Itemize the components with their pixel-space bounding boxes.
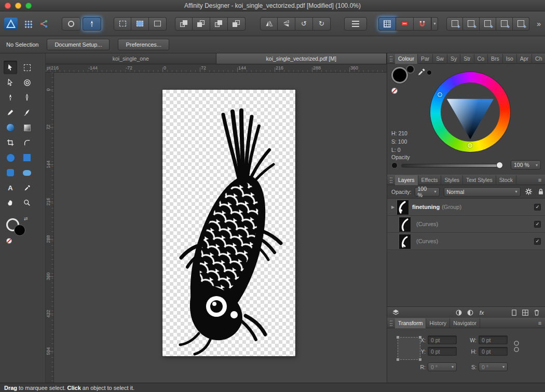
tab-navigator[interactable]: Navigator bbox=[450, 318, 480, 328]
tab-constraints[interactable]: Co bbox=[474, 54, 488, 64]
tab-stock[interactable]: Stock bbox=[496, 175, 516, 185]
zoom-window-button[interactable] bbox=[25, 3, 32, 9]
fill-stroke-wells[interactable]: ⇄ bbox=[5, 217, 34, 246]
x-input[interactable]: 0 pt bbox=[428, 335, 457, 344]
layers-opacity-dropdown[interactable]: 100 % bbox=[415, 187, 440, 197]
new-layer-icon[interactable] bbox=[510, 309, 518, 317]
layer-visibility-checkbox[interactable]: ✓ bbox=[534, 204, 541, 211]
no-colour-icon[interactable] bbox=[6, 238, 12, 244]
opacity-dropdown[interactable]: 100 % bbox=[511, 160, 541, 170]
transparency-tool[interactable] bbox=[20, 121, 34, 134]
fill-colour-well[interactable] bbox=[14, 225, 25, 236]
insert-at-end-button[interactable]: + bbox=[513, 17, 529, 31]
panel-grip-icon[interactable] bbox=[390, 56, 392, 62]
hue-marker[interactable] bbox=[438, 92, 442, 97]
tab-symbols[interactable]: Sy bbox=[447, 54, 460, 64]
picked-colour-dot[interactable] bbox=[427, 70, 432, 75]
custom-shape-tool[interactable] bbox=[20, 166, 34, 179]
w-input[interactable]: 0 pt bbox=[479, 335, 508, 344]
link-dimensions-icon[interactable] bbox=[513, 340, 520, 353]
point-transform-tool[interactable] bbox=[20, 91, 34, 104]
koi-artwork[interactable] bbox=[162, 90, 295, 356]
flip-vertical-button[interactable] bbox=[278, 17, 295, 31]
move-tool[interactable] bbox=[4, 61, 17, 74]
selection-fill-mode-button[interactable] bbox=[131, 17, 149, 31]
vector-brush-tool[interactable] bbox=[20, 106, 34, 119]
tab-history[interactable]: History bbox=[426, 318, 450, 328]
tab-character[interactable]: Ch bbox=[532, 54, 545, 64]
group-layers-icon[interactable] bbox=[521, 309, 529, 317]
layers-panel-menu-icon[interactable]: ≡ bbox=[535, 177, 545, 183]
tab-effects[interactable]: Effects bbox=[418, 175, 442, 185]
tab-isometric[interactable]: Iso bbox=[503, 54, 517, 64]
layer-effects-button[interactable]: fx bbox=[478, 309, 486, 317]
insert-inside-button[interactable]: + bbox=[480, 17, 496, 31]
h-input[interactable]: 0 pt bbox=[479, 347, 508, 356]
zoom-tool[interactable] bbox=[20, 196, 34, 209]
tab-appearance[interactable]: Apr bbox=[517, 54, 532, 64]
rounded-rectangle-tool[interactable] bbox=[4, 166, 17, 179]
preferences-button[interactable]: Preferences... bbox=[118, 39, 169, 50]
alignment-button[interactable] bbox=[344, 17, 367, 31]
corner-tool[interactable] bbox=[20, 136, 34, 149]
tab-paragraph[interactable]: Par bbox=[418, 54, 433, 64]
opacity-slider-knob[interactable] bbox=[496, 162, 503, 169]
layer-row-finetuning[interactable]: ▶ finetuning (Group) ✓ bbox=[387, 199, 545, 216]
designer-persona-button[interactable] bbox=[4, 18, 18, 30]
layer-stack-icon[interactable] bbox=[391, 309, 400, 317]
insert-on-top-button[interactable]: + bbox=[446, 17, 463, 31]
layer-row-curves-1[interactable]: (Curves) ✓ bbox=[387, 216, 545, 233]
toolbar-overflow-chevron[interactable]: » bbox=[537, 20, 541, 28]
tab-text-styles[interactable]: Text Styles bbox=[463, 175, 496, 185]
minimize-button[interactable] bbox=[15, 3, 21, 9]
tab-colour[interactable]: Colour bbox=[395, 54, 418, 64]
horizontal-ruler[interactable]: pt 216 -144 -72 0 72 144 216 288 360 bbox=[46, 64, 387, 73]
move-to-back-button[interactable] bbox=[175, 17, 193, 31]
view-tool[interactable] bbox=[4, 196, 17, 209]
anchor-point-selector[interactable] bbox=[398, 337, 420, 360]
transform-handles-button[interactable] bbox=[149, 17, 167, 31]
fill-colour-swatch[interactable] bbox=[391, 67, 408, 83]
lock-layer-icon[interactable] bbox=[537, 188, 545, 196]
tab-layers[interactable]: Layers bbox=[395, 175, 418, 185]
rectangle-tool[interactable] bbox=[20, 151, 34, 164]
mask-layer-icon[interactable] bbox=[455, 309, 463, 317]
adjustment-layer-icon[interactable] bbox=[466, 309, 474, 317]
export-persona-button[interactable] bbox=[39, 20, 48, 28]
doc-tab-koi-single-vectorized[interactable]: koi_single_vectorized.pdf [M] bbox=[216, 53, 387, 64]
pen-tool[interactable] bbox=[4, 91, 17, 104]
node-tool[interactable] bbox=[4, 76, 17, 89]
panel-grip-icon[interactable] bbox=[390, 177, 392, 183]
flip-horizontal-button[interactable] bbox=[260, 17, 278, 31]
rotate-cw-button[interactable]: ↻ bbox=[313, 17, 331, 31]
transform-panel-menu-icon[interactable]: ≡ bbox=[535, 320, 545, 326]
shade-marker[interactable] bbox=[468, 143, 472, 148]
panel-grip-icon[interactable] bbox=[390, 320, 392, 326]
opacity-swatch-icon[interactable] bbox=[391, 162, 398, 169]
rotation-dropdown[interactable]: 0 ° bbox=[428, 362, 457, 371]
tab-styles[interactable]: Styles bbox=[441, 175, 463, 185]
contour-tool[interactable] bbox=[20, 76, 34, 89]
layer-row-curves-2[interactable]: (Curves) ✓ bbox=[387, 233, 545, 250]
toggle-preview-button[interactable] bbox=[62, 17, 80, 31]
vector-crop-tool[interactable] bbox=[4, 136, 17, 149]
back-one-button[interactable] bbox=[193, 17, 210, 31]
document-page[interactable] bbox=[162, 90, 295, 356]
doc-tab-koi-single-one[interactable]: koi_single_one bbox=[46, 53, 216, 64]
tab-brushes[interactable]: Brs bbox=[488, 54, 503, 64]
forward-one-button[interactable] bbox=[210, 17, 228, 31]
colour-picker-icon[interactable] bbox=[417, 68, 426, 76]
no-colour-button[interactable] bbox=[391, 88, 398, 94]
canvas[interactable] bbox=[54, 73, 387, 383]
snapping-preset-button[interactable] bbox=[396, 17, 414, 31]
colour-picker-tool[interactable] bbox=[20, 181, 34, 194]
shear-dropdown[interactable]: 0 ° bbox=[479, 362, 508, 371]
disclosure-triangle-icon[interactable]: ▶ bbox=[391, 205, 397, 209]
blend-options-gear-icon[interactable] bbox=[525, 188, 533, 196]
pen-mode-button[interactable] bbox=[83, 17, 101, 31]
ellipse-tool[interactable] bbox=[4, 151, 17, 164]
artboard-tool[interactable] bbox=[20, 61, 34, 74]
tab-stroke[interactable]: Str bbox=[460, 54, 474, 64]
swap-colours-icon[interactable]: ⇄ bbox=[24, 216, 28, 221]
fill-tool[interactable] bbox=[4, 121, 17, 134]
